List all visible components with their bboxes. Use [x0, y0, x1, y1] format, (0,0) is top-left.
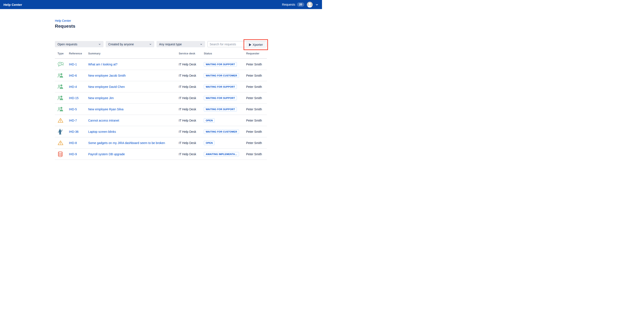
requester-cell: Peter Smith: [246, 130, 267, 133]
service-desk-cell: IT Help Desk: [179, 130, 204, 133]
request-summary-link[interactable]: What am I looking at?: [88, 63, 117, 66]
page-title: Requests: [55, 23, 267, 29]
request-reference-link[interactable]: IHD-5: [69, 107, 77, 111]
request-type-icon-cell: ?: [58, 61, 69, 67]
request-summary-link[interactable]: Payroll system DB upgrade: [88, 152, 125, 156]
profile-menu-chevron[interactable]: [315, 3, 318, 6]
status-badge: OPEN: [204, 141, 214, 145]
table-row: IHD-6 New employee Jacob Smith IT Help D…: [55, 70, 267, 81]
requester-cell: Peter Smith: [246, 85, 267, 88]
status-filter-dropdown[interactable]: Open requests: [55, 41, 104, 47]
chevron-down-icon: [98, 43, 101, 45]
request-type-icon-cell: [58, 106, 69, 112]
request-type-icon-cell: [58, 140, 69, 146]
chevron-down-icon: [149, 43, 152, 45]
creator-filter-value: Created by anyone: [108, 42, 134, 46]
request-summary-link[interactable]: Laptop screen blinks: [88, 130, 116, 133]
request-summary-link[interactable]: New employee Ryan Silva: [88, 107, 124, 111]
table-row: IHD-8 Some gadgets on my JIRA dashboard …: [55, 137, 267, 149]
status-badge: AWAITING IMPLEMENTA...: [204, 152, 239, 156]
requests-count-badge: 20: [297, 2, 304, 7]
status-badge: OPEN: [204, 118, 214, 123]
status-badge: WAITING FOR SUPPORT: [204, 107, 237, 111]
request-reference-link[interactable]: IHD-9: [69, 152, 77, 156]
requests-label: Requests: [282, 3, 295, 6]
service-desk-cell: IT Help Desk: [179, 96, 204, 100]
column-header-service-desk: Service desk: [179, 52, 204, 55]
chevron-down-icon: [200, 43, 202, 45]
service-desk-cell: IT Help Desk: [179, 107, 204, 111]
new-employee-icon: [58, 106, 64, 112]
service-desk-cell: IT Help Desk: [179, 85, 204, 88]
main-content: Help Center Requests Xporter Open reques…: [55, 19, 267, 160]
user-avatar[interactable]: [307, 2, 313, 7]
warning-icon: [58, 118, 64, 123]
request-summary-link[interactable]: Some gadgets on my JIRA dashboard seem t…: [88, 141, 165, 145]
column-header-reference: Reference: [69, 52, 88, 55]
status-badge: WAITING FOR CUSTOMER: [204, 130, 239, 134]
request-type-icon-cell: [58, 95, 69, 101]
creator-filter-dropdown[interactable]: Created by anyone: [106, 41, 154, 47]
requester-cell: Peter Smith: [246, 74, 267, 77]
column-header-status: Status: [204, 52, 246, 55]
chevron-down-icon: [315, 3, 318, 6]
request-type-icon-cell: [58, 73, 69, 78]
table-row: IHD-7 Cannot access intranet IT Help Des…: [55, 115, 267, 126]
request-reference-link[interactable]: IHD-4: [69, 85, 77, 88]
robot-icon: [58, 129, 63, 135]
xporter-button-label: Xporter: [253, 43, 263, 46]
service-desk-cell: IT Help Desk: [179, 74, 204, 77]
request-type-icon-cell: [58, 151, 69, 157]
request-type-icon-cell: [58, 129, 69, 135]
requester-cell: Peter Smith: [246, 96, 267, 100]
table-row: IHD-4 New employee David Chen IT Help De…: [55, 81, 267, 92]
request-type-icon-cell: [58, 84, 69, 89]
database-icon: [58, 151, 63, 157]
status-filter-value: Open requests: [58, 42, 77, 46]
request-summary-link[interactable]: New employee Jim: [88, 96, 114, 100]
new-employee-icon: [58, 73, 64, 78]
request-summary-link[interactable]: Cannot access intranet: [88, 119, 119, 122]
filter-bar: Open requests Created by anyone Any requ…: [55, 41, 267, 47]
new-employee-icon: [58, 84, 64, 89]
service-desk-cell: IT Help Desk: [179, 119, 204, 122]
request-reference-link[interactable]: IHD-36: [69, 130, 78, 133]
request-reference-link[interactable]: IHD-15: [69, 96, 78, 100]
request-type-icon-cell: [58, 118, 69, 123]
status-badge: WAITING FOR SUPPORT: [204, 96, 237, 100]
request-type-filter-dropdown[interactable]: Any request type: [156, 41, 205, 47]
warning-icon: [58, 140, 64, 146]
requests-menu-button[interactable]: Requests 20: [282, 2, 304, 7]
table-row: IHD-9 Payroll system DB upgrade IT Help …: [55, 149, 267, 160]
person-icon: [307, 2, 313, 7]
request-reference-link[interactable]: IHD-8: [69, 141, 77, 145]
requester-cell: Peter Smith: [246, 152, 267, 156]
topbar: Help Center Requests 20: [0, 0, 322, 9]
request-reference-link[interactable]: IHD-6: [69, 74, 77, 77]
service-desk-cell: IT Help Desk: [179, 63, 204, 66]
question-icon: ?: [58, 61, 64, 67]
table-row: IHD-5 New employee Ryan Silva IT Help De…: [55, 104, 267, 115]
svg-text:?: ?: [59, 62, 60, 65]
status-badge: WAITING FOR SUPPORT: [204, 85, 237, 89]
requester-cell: Peter Smith: [246, 119, 267, 122]
table-header-row: Type Reference Summary Service desk Stat…: [55, 52, 267, 59]
requester-cell: Peter Smith: [246, 141, 267, 145]
breadcrumb-help-center-link[interactable]: Help Center: [55, 19, 71, 22]
service-desk-cell: IT Help Desk: [179, 141, 204, 145]
table-row: IHD-15 New employee Jim IT Help Desk WAI…: [55, 92, 267, 104]
requester-cell: Peter Smith: [246, 107, 267, 111]
request-reference-link[interactable]: IHD-1: [69, 63, 77, 66]
requester-cell: Peter Smith: [246, 63, 267, 66]
xporter-button[interactable]: Xporter: [246, 41, 266, 48]
table-row: ? IHD-1 What am I looking at? IT Help De…: [55, 59, 267, 70]
column-header-summary: Summary: [88, 52, 179, 55]
column-header-type: Type: [58, 52, 69, 55]
request-summary-link[interactable]: New employee David Chen: [88, 85, 125, 88]
topbar-right: Requests 20: [282, 2, 318, 7]
request-summary-link[interactable]: New employee Jacob Smith: [88, 74, 126, 77]
annotation-highlight-box: Xporter: [244, 39, 268, 50]
help-center-home-link[interactable]: Help Center: [4, 3, 22, 6]
new-employee-icon: [58, 95, 64, 101]
request-reference-link[interactable]: IHD-7: [69, 119, 77, 122]
